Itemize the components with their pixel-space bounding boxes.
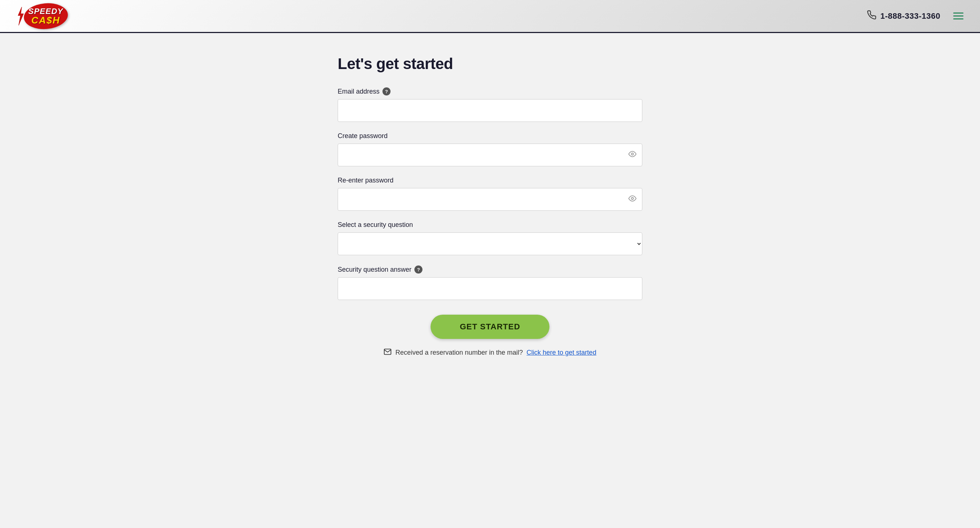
password-wrapper (338, 144, 642, 166)
site-header: SPEEDY CA$H 1-888-333-1360 (0, 0, 980, 33)
reservation-text: Received a reservation number in the mai… (395, 349, 523, 357)
header-right: 1-888-333-1360 (867, 10, 965, 22)
lightning-icon (15, 7, 26, 26)
hamburger-line-2 (953, 16, 964, 16)
phone-area[interactable]: 1-888-333-1360 (867, 10, 940, 22)
logo-oval: SPEEDY CA$H (23, 1, 69, 30)
security-answer-label: Security question answer ? (338, 265, 642, 274)
hamburger-line-3 (953, 18, 964, 19)
reservation-link[interactable]: Click here to get started (527, 349, 597, 357)
reenter-password-toggle-icon[interactable] (628, 195, 636, 204)
svg-point-2 (631, 198, 633, 200)
phone-number: 1-888-333-1360 (880, 11, 940, 21)
email-label: Email address ? (338, 88, 642, 96)
password-label: Create password (338, 132, 642, 140)
mail-icon (383, 348, 391, 357)
email-group: Email address ? (338, 88, 642, 122)
main-content: Let's get started Email address ? Create… (330, 33, 650, 380)
hamburger-line-1 (953, 13, 964, 14)
reenter-password-group: Re-enter password (338, 177, 642, 211)
security-question-select[interactable]: What was the name of your first pet? Wha… (338, 233, 642, 255)
password-input[interactable] (338, 144, 642, 166)
email-help-icon[interactable]: ? (382, 88, 391, 96)
svg-marker-0 (18, 7, 24, 26)
password-toggle-icon[interactable] (628, 150, 636, 160)
phone-icon (867, 10, 877, 22)
svg-point-1 (631, 153, 633, 155)
get-started-button[interactable]: get started (431, 315, 550, 339)
security-answer-group: Security question answer ? (338, 265, 642, 300)
security-answer-input[interactable] (338, 277, 642, 300)
email-input[interactable] (338, 99, 642, 122)
security-answer-help-icon[interactable]: ? (414, 265, 422, 274)
hamburger-menu-button[interactable] (951, 11, 965, 21)
logo[interactable]: SPEEDY CA$H (15, 3, 68, 29)
logo-cash-text: CA$H (28, 16, 63, 25)
security-question-group: Select a security question What was the … (338, 221, 642, 255)
page-title: Let's get started (338, 55, 642, 73)
reenter-password-input[interactable] (338, 188, 642, 211)
reenter-password-label: Re-enter password (338, 177, 642, 184)
security-question-label: Select a security question (338, 221, 642, 229)
reservation-row: Received a reservation number in the mai… (383, 348, 596, 357)
password-group: Create password (338, 132, 642, 166)
logo-speedy-text: SPEEDY (28, 7, 63, 16)
reenter-password-wrapper (338, 188, 642, 211)
submit-area: get started Received a reservation numbe… (338, 315, 642, 357)
